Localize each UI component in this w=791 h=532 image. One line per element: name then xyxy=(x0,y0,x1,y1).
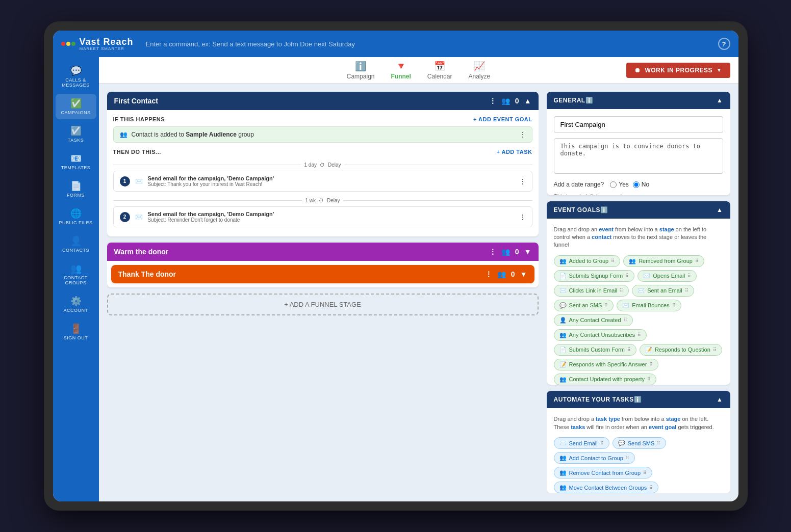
tag-any-contact-unsubscribes[interactable]: 👥 Any Contact Unsubscribes ⠿ xyxy=(554,329,647,341)
responds-question-icon: 📝 xyxy=(645,347,652,353)
add-event-goal-link[interactable]: + ADD EVENT GOAL xyxy=(473,116,532,122)
tag-added-to-group[interactable]: 👥 Added to Group ⠿ xyxy=(554,255,621,267)
app-logo: Vast Reach MARKET SMARTER xyxy=(61,37,134,51)
sidebar-item-calls-messages[interactable]: 💬 CALLS & MESSAGES xyxy=(56,61,96,92)
radio-group: Yes No xyxy=(610,181,649,188)
drag-handle: ⠿ xyxy=(713,347,717,352)
automate-collapse-icon[interactable]: ▲ xyxy=(717,396,723,403)
add-contact-task-icon: 👥 xyxy=(559,455,567,461)
tab-calendar[interactable]: 📅 Calendar xyxy=(427,61,452,80)
tab-funnel[interactable]: 🔻 Funnel xyxy=(391,61,411,80)
top-bar: Vast Reach MARKET SMARTER Enter a comman… xyxy=(53,31,738,57)
funnel-tab-label: Funnel xyxy=(391,73,411,80)
task-tag-remove-contact[interactable]: 👥 Remove Contact from Group ⠿ xyxy=(554,467,653,478)
wip-label: WORK IN PROGRESS xyxy=(645,67,712,74)
added-to-group-icon: 👥 xyxy=(559,258,567,264)
drag-handle: ⠿ xyxy=(611,258,615,263)
automate-tasks-info-icon: ℹ️ xyxy=(634,396,642,403)
radio-yes-input[interactable] xyxy=(610,181,617,188)
indefinite-label: This is an indefinite campaign xyxy=(554,193,628,195)
tag-email-bounces[interactable]: ✉️ Email Bounces ⠿ xyxy=(617,300,681,311)
general-collapse-icon[interactable]: ▲ xyxy=(717,97,723,104)
content-area: ℹ️ Campaign 🔻 Funnel 📅 Calendar 📈 Analyz… xyxy=(99,57,738,501)
warm-menu-icon[interactable]: ⋮ xyxy=(489,248,496,256)
tag-submits-signup-form[interactable]: 📄 Submits Signup Form ⠿ xyxy=(554,270,635,282)
stage-thank-donor: Thank The donor ⋮ 👥 0 ▼ xyxy=(111,265,534,283)
email-bounces-label: Email Bounces xyxy=(632,302,669,308)
move-contact-task-label: Move Contact Between Groups xyxy=(569,485,647,491)
if-this-happens-label: IF THIS HAPPENS + ADD EVENT GOAL xyxy=(113,116,532,122)
logo-dot-green xyxy=(71,42,75,46)
sidebar-item-contacts[interactable]: 👤 CONTACTS xyxy=(56,231,96,257)
event-goals-info-icon: ℹ️ xyxy=(600,206,608,214)
sidebar-item-templates[interactable]: 📧 TEMPLATES xyxy=(56,149,96,174)
task-tag-send-sms[interactable]: 💬 Send SMS ⠿ xyxy=(613,437,667,449)
event-menu-icon[interactable]: ⋮ xyxy=(520,131,526,138)
sidebar-item-forms[interactable]: 📄 FORMS xyxy=(56,176,96,202)
tablet-frame: Vast Reach MARKET SMARTER Enter a comman… xyxy=(44,21,748,511)
sidebar-item-tasks[interactable]: ☑️ TASKS xyxy=(56,121,96,147)
sidebar-item-contact-groups[interactable]: 👥 CONTACT GROUPS xyxy=(56,259,96,289)
add-contact-task-label: Add Contact to Group xyxy=(569,455,623,461)
add-task-link[interactable]: + ADD TASK xyxy=(496,149,532,155)
logo-text-block: Vast Reach MARKET SMARTER xyxy=(80,37,134,51)
drag-handle: ⠿ xyxy=(624,317,627,323)
task-2-menu[interactable]: ⋮ xyxy=(520,214,526,221)
campaign-description-input[interactable]: This campaign is to convince donors to d… xyxy=(554,138,723,174)
campaign-tab-icon: ℹ️ xyxy=(355,61,366,72)
sign-out-icon: 🚪 xyxy=(70,323,82,334)
sidebar-item-public-files[interactable]: 🌐 PUBLIC FILES xyxy=(56,204,96,229)
help-button[interactable]: ? xyxy=(718,38,730,50)
thank-menu-icon[interactable]: ⋮ xyxy=(485,270,492,278)
split-content: First Contact ⋮ 👥 0 ▲ IF THI xyxy=(99,84,738,501)
event-text: Contact is added to xyxy=(132,131,184,138)
tag-responds-to-question[interactable]: 📝 Responds to Question ⠿ xyxy=(640,344,722,356)
command-bar[interactable]: Enter a command, ex: Send a text message… xyxy=(146,40,718,48)
add-funnel-stage-button[interactable]: + ADD A FUNNEL STAGE xyxy=(107,294,539,315)
drag-handle: ⠿ xyxy=(625,273,629,278)
tab-analyze[interactable]: 📈 Analyze xyxy=(469,61,491,80)
event-goals-collapse-icon[interactable]: ▲ xyxy=(717,206,723,214)
work-in-progress-button[interactable]: ⏺ WORK IN PROGRESS ▼ xyxy=(626,63,730,78)
task-item-1: 1 ✉️ Send email for the campaign, 'Demo … xyxy=(113,171,532,192)
automate-tasks-header: AUTOMATE YOUR TASKS ℹ️ ▲ xyxy=(547,391,730,408)
radio-no-input[interactable] xyxy=(633,181,640,188)
submits-custom-label: Submits Custom Form xyxy=(569,347,625,353)
radio-no[interactable]: No xyxy=(633,181,649,188)
task-tag-move-contact[interactable]: 👥 Move Contact Between Groups ⠿ xyxy=(554,482,659,493)
tag-opens-email[interactable]: ✉️ Opens Email ⠿ xyxy=(637,270,697,282)
warm-collapse-icon[interactable]: ▼ xyxy=(524,248,531,256)
task-tag-add-contact-to-group[interactable]: 👥 Add Contact to Group ⠿ xyxy=(554,452,635,464)
tab-campaign[interactable]: ℹ️ Campaign xyxy=(347,61,375,80)
sidebar-item-campaigns[interactable]: ✅ CAMPAIGNS xyxy=(56,94,96,119)
task-1-menu[interactable]: ⋮ xyxy=(520,178,526,185)
sent-email-icon: ✉️ xyxy=(637,287,645,294)
campaign-name-input[interactable] xyxy=(554,116,723,133)
stage-thank-title: Thank The donor xyxy=(118,270,176,278)
automate-tasks-body: Drag and drop a task type from below int… xyxy=(547,408,730,493)
stage-menu-icon[interactable]: ⋮ xyxy=(489,97,496,105)
stage-first-contact-header: First Contact ⋮ 👥 0 ▲ xyxy=(107,92,539,110)
thank-collapse-icon[interactable]: ▼ xyxy=(520,270,527,278)
tag-sent-an-email[interactable]: ✉️ Sent an Email ⠿ xyxy=(632,285,694,297)
thank-header-actions: ⋮ 👥 0 ▼ xyxy=(485,270,527,278)
automate-tasks-title: AUTOMATE YOUR TASKS xyxy=(554,396,634,403)
logo-dots xyxy=(61,42,75,46)
submits-signup-form-icon: 📄 xyxy=(559,273,567,279)
tag-any-contact-created[interactable]: 👤 Any Contact Created ⠿ xyxy=(554,314,633,326)
tag-removed-from-group[interactable]: 👥 Removed from Group ⠿ xyxy=(623,255,704,267)
tag-contact-updated[interactable]: 👥 Contact Updated with property ⠿ xyxy=(554,374,657,385)
tag-submits-custom-form[interactable]: 📄 Submits Custom Form ⠿ xyxy=(554,344,636,356)
stage-collapse-icon[interactable]: ▲ xyxy=(524,97,531,105)
tag-responds-specific-answer[interactable]: 📝 Responds with Specific Answer ⠿ xyxy=(554,359,659,370)
sidebar-item-sign-out[interactable]: 🚪 SIGN OUT xyxy=(56,319,96,344)
sidebar-label-calls-messages: CALLS & MESSAGES xyxy=(58,77,94,88)
tag-sent-sms[interactable]: 💬 Sent an SMS ⠿ xyxy=(554,300,614,311)
radio-yes[interactable]: Yes xyxy=(610,181,629,188)
task-tag-send-email[interactable]: ✉️ Send Email ⠿ xyxy=(554,437,609,449)
stage-first-contact-title: First Contact xyxy=(114,97,158,105)
drag-handle: ⠿ xyxy=(649,485,653,490)
tag-clicks-link[interactable]: ✉️ Clicks Link in Email ⠿ xyxy=(554,285,629,297)
sidebar-item-account[interactable]: ⚙️ ACCOUNT xyxy=(56,291,96,317)
general-header: GENERAL ℹ️ ▲ xyxy=(547,92,730,109)
